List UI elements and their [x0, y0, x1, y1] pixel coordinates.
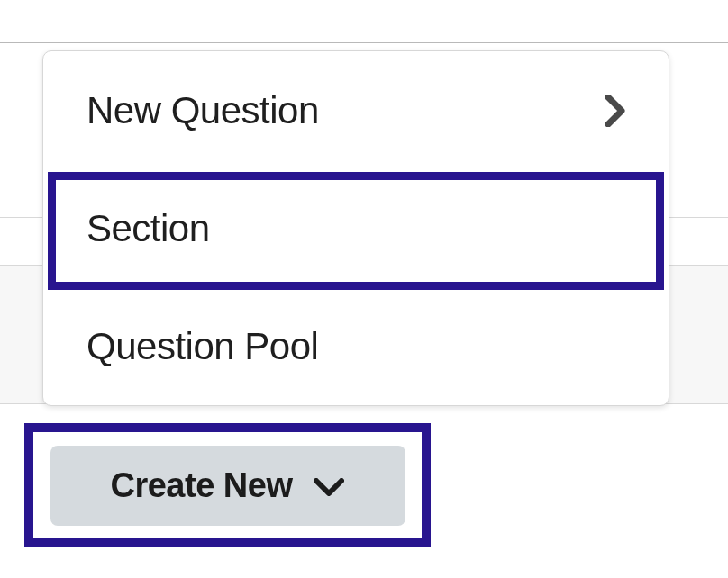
create-new-button[interactable]: Create New	[50, 446, 405, 526]
menu-item-section[interactable]: Section	[43, 169, 669, 287]
menu-item-label: Section	[86, 207, 210, 250]
chevron-down-icon	[314, 478, 344, 496]
create-new-label: Create New	[111, 466, 293, 505]
menu-item-label: Question Pool	[86, 325, 318, 368]
menu-item-new-question[interactable]: New Question	[43, 51, 669, 169]
menu-item-question-pool[interactable]: Question Pool	[43, 287, 669, 405]
chevron-right-icon	[605, 95, 625, 127]
menu-item-label: New Question	[86, 89, 319, 132]
annotation-highlight-create-new: Create New	[24, 423, 431, 547]
top-toolbar-region	[0, 0, 728, 43]
create-new-dropdown-menu: New Question Section Question Pool	[42, 50, 669, 406]
